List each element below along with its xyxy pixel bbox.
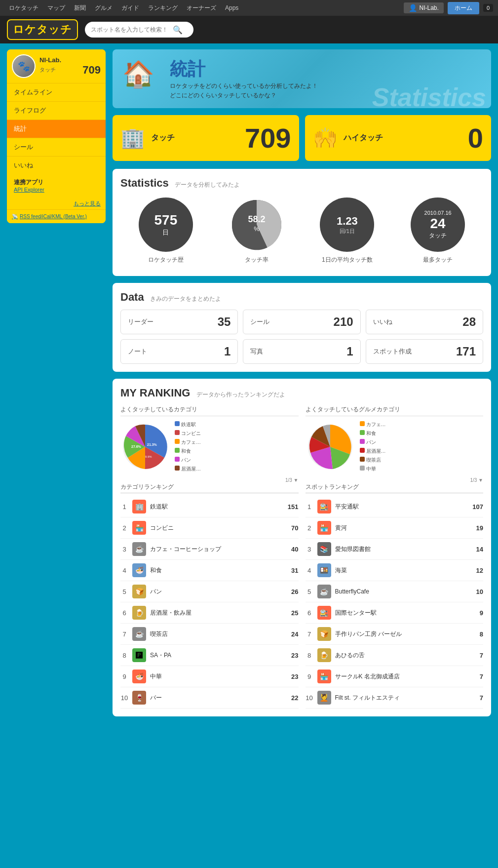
nav-apps[interactable]: Apps (221, 2, 242, 13)
date-text: 2010.07.16 (424, 210, 452, 216)
nav-news[interactable]: 新聞 (70, 2, 90, 14)
user-touch-row: タッチ 709 (39, 64, 101, 77)
touch-label: タッチ (39, 66, 56, 74)
rank-number: 10 (120, 694, 128, 702)
rank-count: 23 (291, 673, 298, 680)
touch-count: 709 (82, 64, 101, 77)
rank-name: 中華 (150, 672, 287, 681)
rank-icon: 🚉 (317, 500, 331, 513)
rank-count: 7 (480, 652, 483, 659)
nav-guide[interactable]: ガイド (117, 2, 143, 14)
sidebar-item-timeline[interactable]: タイムライン (7, 83, 106, 101)
rank-row: 2 🏪 黄河 19 (306, 517, 484, 539)
sidebar-more-section: もっと見る (7, 197, 106, 209)
rss-icon: 📡 (12, 214, 18, 219)
rank-row: 3 ☕ カフェ・コーヒーショップ 40 (120, 539, 299, 560)
stat-circle-1: 575 日 (139, 197, 193, 252)
statistics-subtitle: データを分析してみたよ (175, 181, 240, 188)
rank-name: 手作りパン工房 バーゼル (335, 630, 476, 638)
nav-map[interactable]: マップ (43, 2, 69, 14)
rank-row: 10 💆 Filt st. フィルトエスティ 7 (306, 687, 484, 709)
rank-row: 7 🍞 手作りパン工房 バーゼル 8 (306, 624, 484, 645)
sidebar-item-lifelog[interactable]: ライフログ (7, 101, 106, 119)
sidebar-api-explorer-link[interactable]: API Explorer (14, 187, 99, 193)
rank-count: 70 (291, 524, 298, 532)
rank-name: コンビニ (150, 524, 287, 532)
stat-label-1: ロケタッチ歴 (139, 256, 193, 264)
rank-count: 7 (480, 673, 483, 680)
ranking-title: MY RANKING (120, 387, 190, 399)
category-pie-legend: 鉄道駅 コンビニ カフェ… 和食 パン 居酒屋… (175, 420, 201, 473)
nav-locatouch[interactable]: ロケタッチ (5, 2, 42, 14)
rank-count: 24 (291, 631, 298, 638)
gourmet-pie-pagination[interactable]: 1/3 ▼ (306, 477, 484, 483)
logo-box: ロケタッチ (7, 19, 78, 40)
svg-text:27.6%: 27.6% (131, 445, 142, 448)
bottom-ranking-lists: カテゴリランキング 1 🏢 鉄道駅 151 2 🏪 コンビニ 70 3 ☕ カフ… (120, 483, 483, 709)
banner-character: 🏠 (122, 59, 162, 99)
stat-touch-rate: 58.2 % タッチ率 (230, 197, 284, 264)
sidebar-more-link[interactable]: もっと見る (74, 200, 101, 206)
pie-chart-svg: 58.2 % (230, 197, 284, 252)
sidebar-link-section: 連携アプリ API Explorer (7, 174, 106, 197)
nav-gourmet[interactable]: グルメ (91, 2, 116, 14)
rank-name: バー (150, 694, 287, 702)
stat-max-touch: 2010.07.16 24 タッチ 最多タッチ (411, 197, 465, 264)
rank-count: 10 (476, 588, 483, 595)
rank-icon: ☕ (132, 627, 146, 641)
spot-ranking-title: スポットランキング (306, 483, 484, 493)
rss-link[interactable]: 📡 RSS feed/iCal/KML (Beta Ver.) (12, 214, 101, 219)
ranking-subtitle: データから作ったランキングだよ (196, 391, 285, 398)
touch-count-box: 🏢 タッチ 709 (113, 115, 299, 161)
avatar: 🐾 (12, 54, 36, 78)
rank-number: 1 (306, 503, 313, 511)
date-unit: タッチ (429, 232, 447, 240)
statistics-header: Statistics データを分析してみたよ (120, 177, 483, 190)
gourmet-pie-area: カフェ… 和食 パン 居酒屋… 喫茶店 中華 (306, 420, 484, 473)
rank-row: 9 🏪 サークルK 名北御成通店 7 (306, 666, 484, 687)
nav-home-button[interactable]: ホーム (448, 2, 479, 14)
sidebar-item-seal[interactable]: シール (7, 138, 106, 156)
sidebar-menu: タイムライン ライフログ 統計 シール いいね (7, 83, 106, 174)
rank-row: 8 🍺 あひるの舌 7 (306, 645, 484, 666)
rank-icon: 🍜 (132, 563, 146, 577)
category-chart-col: よくタッチしているカテゴリ 27.6% 21.3% 9.9 (120, 405, 299, 483)
stat-avg-touch: 1.23 回/1日 1日の平均タッチ数 (320, 197, 374, 264)
rank-icon: 🍞 (317, 627, 331, 641)
hi-touch-count-box: 🙌 ハイタッチ 0 (305, 115, 492, 161)
data-cell-reader: リーダー 35 (120, 310, 238, 334)
stat-label-3: 1日の平均タッチ数 (320, 256, 374, 264)
main-layout: 🐾 NI-Lab. タッチ 709 タイムライン ライフログ 統計 シール いい… (0, 43, 498, 729)
rank-number: 8 (120, 652, 128, 659)
main-content: 🏠 統計 ロケタッチをどのくらい使っているか分析してみたよ！ どこにどのくらいタ… (113, 49, 491, 723)
touch-count-value: 709 (245, 122, 291, 154)
rank-count: 19 (476, 524, 483, 532)
banner-text: 統計 ロケタッチをどのくらい使っているか分析してみたよ！ どこにどのくらいタッチ… (170, 57, 318, 100)
rank-name: ButterflyCafe (335, 588, 472, 595)
nav-owners[interactable]: オーナーズ (183, 2, 220, 14)
nav-ranking[interactable]: ランキング (144, 2, 182, 14)
touch-summary-boxes: 🏢 タッチ 709 🙌 ハイタッチ 0 (113, 115, 491, 161)
search-input[interactable] (91, 26, 170, 33)
nav-username: NI-Lab. (420, 4, 439, 11)
sidebar-link-title: 連携アプリ (14, 178, 99, 187)
category-pie-pagination[interactable]: 1/3 ▼ (120, 477, 299, 483)
rank-count: 7 (480, 694, 483, 702)
sidebar-item-stats[interactable]: 統計 (7, 119, 106, 138)
rank-icon: 🏢 (132, 500, 146, 513)
search-box[interactable]: 🔍 (85, 22, 193, 38)
rank-icon: 🍜 (132, 670, 146, 683)
rank-icon: 🍷 (132, 691, 146, 705)
rank-icon: 🍞 (132, 585, 146, 598)
statistics-card: Statistics データを分析してみたよ 575 日 ロケタッチ歴 (113, 169, 491, 276)
rank-icon: 🍱 (317, 563, 331, 577)
rank-icon: 🏪 (317, 521, 331, 535)
rank-name: 国際センター駅 (335, 609, 476, 617)
category-chart-title: よくタッチしているカテゴリ (120, 405, 299, 416)
spot-ranking-col: スポットランキング 1 🚉 平安通駅 107 2 🏪 黄河 19 3 📚 愛知県… (306, 483, 484, 709)
rank-row: 6 🚉 国際センター駅 9 (306, 602, 484, 624)
rank-number: 2 (306, 524, 313, 532)
rank-number: 9 (120, 673, 128, 680)
sidebar-item-like[interactable]: いいね (7, 156, 106, 174)
data-card: Data きみのデータをまとめたよ リーダー 35 シール 210 いいね 28… (113, 283, 491, 372)
